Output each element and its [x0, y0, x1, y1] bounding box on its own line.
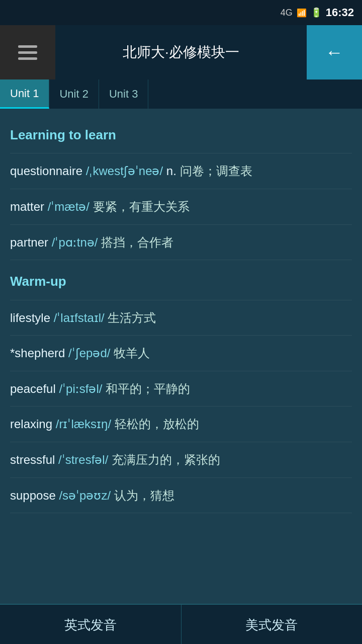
vocab-entry-10: suppose /səˈpəʊz/ 认为，猜想 [10, 478, 352, 514]
vocab-entry-9: stressful /ˈstresfəl/ 充满压力的，紧张的 [10, 442, 352, 478]
vocab-entry-7: peaceful /ˈpiːsfəl/ 和平的；平静的 [10, 371, 352, 407]
vocab-entry-1: questionnaire /ˌkwestʃəˈneə/ n. 问卷；调查表 [10, 153, 352, 189]
tab-bar: Unit 1 Unit 2 Unit 3 [0, 79, 362, 109]
status-time: 16:32 [326, 6, 354, 19]
tab-unit1-label: Unit 1 [10, 87, 39, 100]
vocab-chinese: 生活方式 [108, 311, 156, 325]
tab-unit1[interactable]: Unit 1 [0, 79, 49, 109]
vocab-entry-0: Learning to learn [10, 114, 352, 153]
vocab-english: peaceful [10, 382, 56, 395]
vocab-phonetic: /rɪˈlæksɪŋ/ [52, 417, 111, 431]
vocab-pos: n. [163, 164, 176, 178]
menu-icon [18, 45, 37, 60]
header-title: 北师大·必修模块一 [55, 43, 307, 62]
vocab-english: suppose [10, 489, 56, 502]
vocab-english: relaxing [10, 417, 52, 431]
vocab-phonetic: /ˌkwestʃəˈneə/ [82, 164, 163, 178]
vocab-phonetic: /ˈlaɪfstaɪl/ [50, 311, 105, 325]
vocab-entry-3: partner /ˈpɑːtnə/ 搭挡，合作者 [10, 225, 352, 261]
signal-bars-icon: 📶 [297, 8, 307, 18]
vocab-english: *shepherd [10, 346, 65, 360]
vocab-chinese: 轻松的，放松的 [115, 417, 199, 431]
vocab-chinese: 充满压力的，紧张的 [112, 453, 220, 466]
vocab-phonetic: /ˈstresfəl/ [55, 453, 108, 466]
vocab-chinese: 和平的；平静的 [106, 382, 190, 395]
tab-unit2-label: Unit 2 [59, 88, 88, 101]
vocab-english: matter [10, 200, 44, 213]
vocab-chinese: 要紧，有重大关系 [93, 200, 190, 213]
tab-unit3-label: Unit 3 [109, 88, 138, 101]
app-header: 北师大·必修模块一 ← [0, 25, 362, 79]
battery-icon: 🔋 [311, 7, 322, 18]
vocab-phonetic: /ˈʃepəd/ [65, 346, 110, 360]
american-pronunciation-button[interactable]: 美式发音 [182, 605, 363, 644]
vocab-entry-5: lifestyle /ˈlaɪfstaɪl/ 生活方式 [10, 300, 352, 336]
tab-unit2[interactable]: Unit 2 [49, 79, 99, 109]
vocab-entry-8: relaxing /rɪˈlæksɪŋ/ 轻松的，放松的 [10, 407, 352, 442]
vocab-english: partner [10, 235, 48, 249]
vocab-phonetic: /ˈpiːsfəl/ [56, 382, 103, 395]
vocab-phonetic: /ˈmætə/ [44, 200, 89, 213]
vocab-chinese: 搭挡，合作者 [101, 235, 173, 249]
back-button[interactable]: ← [307, 25, 362, 79]
vocab-english: lifestyle [10, 311, 50, 325]
signal-indicator: 4G [281, 8, 293, 18]
vocab-english: stressful [10, 453, 55, 466]
bottom-bar: 英式发音 美式发音 [0, 604, 362, 644]
vocab-english: questionnaire [10, 164, 82, 178]
vocab-entry-6: *shepherd /ˈʃepəd/ 牧羊人 [10, 336, 352, 371]
back-arrow-icon: ← [325, 42, 343, 63]
vocab-chinese: 认为，猜想 [114, 489, 174, 502]
vocab-phonetic: /ˈpɑːtnə/ [48, 235, 98, 249]
british-pronunciation-button[interactable]: 英式发音 [0, 605, 182, 644]
vocab-entry-2: matter /ˈmætə/ 要紧，有重大关系 [10, 189, 352, 225]
vocab-content[interactable]: Learning to learnquestionnaire /ˌkwestʃə… [0, 109, 362, 604]
vocab-chinese: 问卷；调查表 [180, 164, 252, 178]
menu-button[interactable] [0, 25, 55, 79]
tab-unit3[interactable]: Unit 3 [99, 79, 148, 109]
vocab-phonetic: /səˈpəʊz/ [56, 489, 111, 502]
status-bar: 4G 📶 🔋 16:32 [0, 0, 362, 25]
vocab-chinese: 牧羊人 [114, 346, 150, 360]
vocab-entry-4: Warm-up [10, 260, 352, 300]
